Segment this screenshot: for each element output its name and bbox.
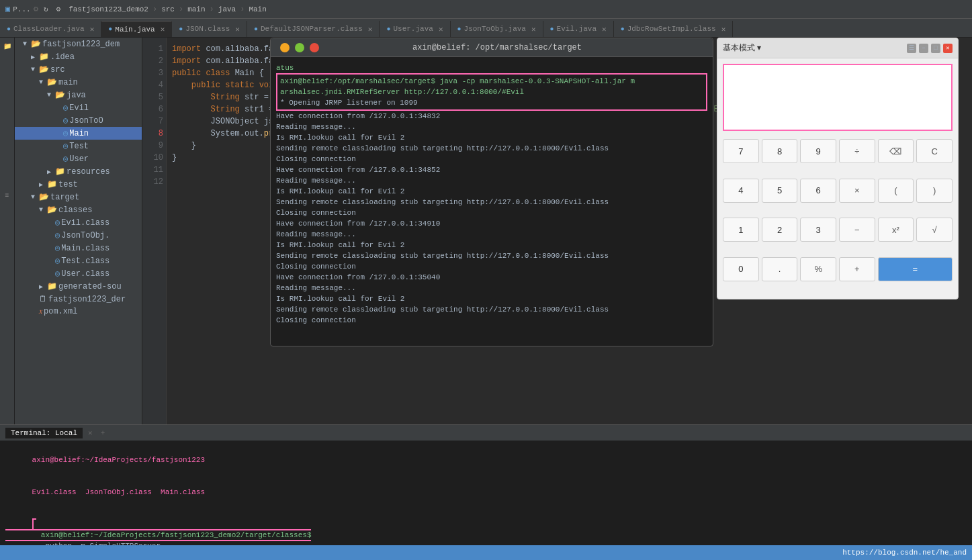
tab-evil[interactable]: ● Evil.java ✕ (543, 21, 614, 37)
calc-close-btn[interactable]: ✕ (943, 44, 953, 53)
terminal-add-tab[interactable]: ✕ (88, 428, 93, 437)
terminal-content: axin@belief:~/IdeaProjects/fastjson1223 … (0, 441, 972, 545)
sidebar-item-jsontoobj[interactable]: ◎ JsonToO (15, 114, 142, 127)
calc-key-backspace[interactable]: ⌫ (878, 139, 914, 163)
top-refresh[interactable]: ↻ (41, 3, 51, 15)
bc-main2: Main (249, 5, 266, 13)
code-area: 1234 567 8 9101112 import com.alibaba.fa… (142, 38, 972, 424)
calc-title: 基本模式 ▾ (723, 42, 761, 54)
calc-key-square[interactable]: x² (878, 218, 914, 242)
sidebar-item-fastjsonfile[interactable]: 🗒 fastjson1223_der (15, 293, 142, 306)
sidebar-item-target[interactable]: ▼ 📂 target (15, 191, 142, 203)
calc-key-3[interactable]: 3 (800, 218, 836, 242)
calc-maximize-btn[interactable]: □ (931, 44, 940, 53)
terminal-popup-content: atus axin@belief:/opt/marshalsec/target$… (271, 57, 713, 346)
terminal-tabs: Terminal: Local ✕ + (0, 425, 972, 441)
terminal-prompt-1: axin@belief:~/IdeaProjects/fastjson1223 (32, 456, 205, 464)
terminal-popup-title: axin@belief: /opt/marshalsec/target (319, 43, 675, 52)
sidebar-item-evil[interactable]: ◎ Evil (15, 101, 142, 114)
window-title: fastjson1223_demo2 (69, 5, 148, 13)
bc-sep3: › (210, 5, 214, 14)
sidebar-item-testclass[interactable]: ◎ Test.class (15, 254, 142, 267)
sidebar-item-user[interactable]: ◎ User (15, 152, 142, 165)
calc-display (723, 64, 953, 131)
structure-icon[interactable]: ≡ (1, 189, 13, 201)
bc-main: main (187, 5, 205, 13)
sidebar-item-test[interactable]: ◎ Test (15, 140, 142, 152)
terminal-line-1: axin@belief:~/IdeaProjects/fastjson1223 (5, 444, 967, 476)
sidebar-item-idea[interactable]: ▶ 📁 .idea (15, 50, 142, 63)
sidebar-item-classes[interactable]: ▼ 📂 classes (15, 203, 142, 216)
top-sep1: ⚙ (34, 4, 38, 14)
sidebar-item-main[interactable]: ▼ 📂 main (15, 76, 142, 89)
sidebar: ▼ 📂 fastjson1223_dem ▶ 📁 .idea ▼ 📂 src ▼… (15, 38, 142, 424)
tab-jsontoobj[interactable]: ● JsonToObj.java ✕ (451, 21, 543, 37)
sidebar-item-java[interactable]: ▼ 📂 java (15, 89, 142, 101)
calc-key-1[interactable]: 1 (723, 218, 759, 242)
sidebar-item-test-folder[interactable]: ▶ 📁 test (15, 178, 142, 191)
bottom-panel: Terminal: Local ✕ + axin@belief:~/IdeaPr… (0, 424, 972, 545)
calc-minimize-btn[interactable]: − (919, 44, 928, 53)
sidebar-item-main-java[interactable]: ◎ Main (15, 127, 142, 140)
calc-key-close-paren[interactable]: ) (916, 179, 953, 203)
calc-key-0[interactable]: 0 (723, 257, 759, 281)
calc-key-8[interactable]: 8 (762, 139, 798, 163)
project-panel-icon[interactable]: 📁 (1, 40, 13, 52)
sidebar-item-jsontoobjclass[interactable]: ◎ JsonToObj. (15, 229, 142, 242)
calc-key-7[interactable]: 7 (723, 139, 759, 163)
calc-key-dot[interactable]: . (762, 257, 798, 281)
bc-java: java (218, 5, 236, 13)
project-label: P... (13, 5, 30, 13)
calc-key-clear[interactable]: C (916, 139, 953, 163)
popup-close-btn[interactable] (310, 43, 319, 52)
tab-main[interactable]: ● Main.java ✕ (101, 21, 172, 37)
bc-src: src (161, 5, 175, 13)
sidebar-item-resources[interactable]: ▶ 📁 resources (15, 165, 142, 178)
calc-key-equals[interactable]: = (878, 257, 953, 281)
calc-key-minus[interactable]: − (839, 218, 875, 242)
sidebar-item-generated[interactable]: ▶ 📁 generated-sou (15, 280, 142, 293)
terminal-class-list: Evil.class JsonToObj.class Main.class (32, 488, 205, 496)
calc-controls: ☰ − □ ✕ (907, 44, 953, 53)
calc-key-mul[interactable]: × (839, 179, 875, 203)
sidebar-item-userclass[interactable]: ◎ User.class (15, 267, 142, 280)
top-bar: ▣ P... ⚙ ↻ ⚙ fastjson1223_demo2 › src › … (0, 0, 972, 19)
tabs-bar: ● ClassLoader.java ✕ ● Main.java ✕ ● JSO… (0, 19, 972, 38)
calc-key-plus[interactable]: + (839, 257, 875, 281)
top-settings[interactable]: ⚙ (54, 3, 64, 15)
status-url: https://blog.csdn.net/he_and (842, 549, 967, 557)
popup-maximize-btn[interactable] (295, 43, 304, 52)
terminal-tab-local[interactable]: Terminal: Local (5, 428, 83, 438)
bc-sep2: › (179, 5, 183, 14)
sidebar-item-pom[interactable]: 𝑥 pom.xml (15, 306, 142, 318)
tab-user[interactable]: ● User.java ✕ (380, 21, 450, 37)
calc-key-9[interactable]: 9 (800, 139, 836, 163)
calc-menu-btn[interactable]: ☰ (907, 44, 916, 53)
calc-key-percent[interactable]: % (800, 257, 836, 281)
calc-key-div[interactable]: ÷ (839, 139, 875, 163)
status-bar: https://blog.csdn.net/he_and (0, 545, 972, 560)
sidebar-item-src[interactable]: ▼ 📂 src (15, 63, 142, 76)
calc-key-open-paren[interactable]: ( (878, 179, 914, 203)
tab-classloader[interactable]: ● ClassLoader.java ✕ (0, 21, 101, 37)
sidebar-item-evilclass[interactable]: ◎ Evil.class (15, 216, 142, 229)
calc-key-5[interactable]: 5 (762, 179, 798, 203)
calc-key-6[interactable]: 6 (800, 179, 836, 203)
calc-mode-label: 基本模式 (723, 43, 755, 52)
terminal-line-2: Evil.class JsonToObj.class Main.class (5, 476, 967, 508)
sidebar-item-mainclass[interactable]: ◎ Main.class (15, 242, 142, 254)
bc-sep1: › (152, 5, 157, 14)
tab-jdbc[interactable]: ● JdbcRowSetImpl.class ✕ (614, 21, 734, 37)
popup-minimize-btn[interactable] (280, 43, 290, 52)
tab-defaultjson[interactable]: ● DefaultJSONParser.class ✕ (247, 21, 380, 37)
calculator: 基本模式 ▾ ☰ − □ ✕ 7 8 9 ÷ ⌫ C 4 5 (717, 38, 959, 299)
calc-key-sqrt[interactable]: √ (916, 218, 953, 242)
terminal-python-cmd: axin@belief:~/IdeaProjects/fastjson1223_… (5, 518, 311, 545)
calc-key-2[interactable]: 2 (762, 218, 798, 242)
terminal-new-tab[interactable]: + (101, 429, 105, 437)
tab-json[interactable]: ● JSON.class ✕ (172, 21, 247, 37)
left-panel: 📁 ≡ (0, 38, 15, 424)
popup-output: Have connection from /127.0.0.1:34832 Re… (276, 111, 707, 326)
sidebar-item-project[interactable]: ▼ 📂 fastjson1223_dem (15, 38, 142, 50)
calc-key-4[interactable]: 4 (723, 179, 759, 203)
